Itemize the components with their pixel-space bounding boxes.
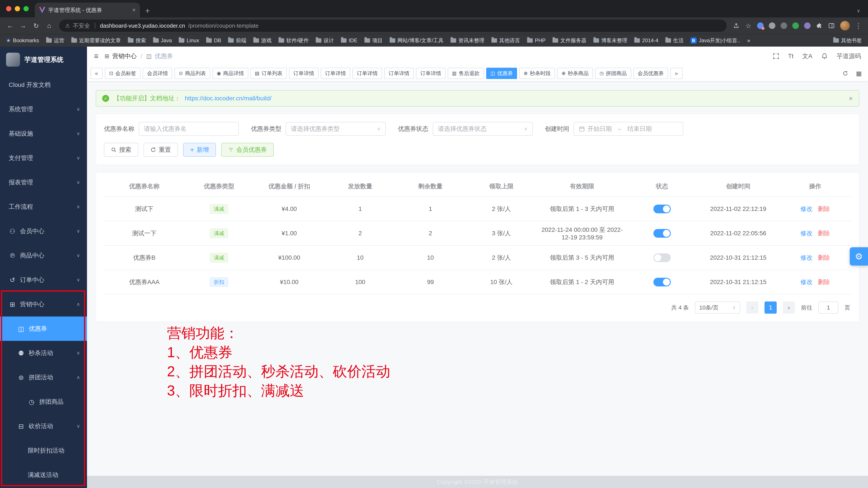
sidebar-item-pay[interactable]: 支付管理∨: [0, 146, 87, 170]
forward-icon[interactable]: →: [17, 19, 30, 32]
search-button[interactable]: 搜索: [104, 143, 138, 157]
sidebar-item-discount[interactable]: 限时折扣活动: [0, 438, 87, 463]
font-size-icon[interactable]: Tt: [788, 53, 794, 60]
bookmark-item[interactable]: 近期需要读的文章: [71, 37, 121, 44]
new-tab-button[interactable]: +: [145, 6, 150, 16]
home-icon[interactable]: ⌂: [42, 19, 56, 32]
sidebar-item-member-center[interactable]: ⚇会员中心∨: [0, 219, 87, 243]
page-1-button[interactable]: 1: [765, 302, 777, 314]
fullscreen-icon[interactable]: [773, 53, 779, 59]
bookmark-item[interactable]: 博客未整理: [593, 37, 627, 44]
next-page-button[interactable]: ›: [783, 302, 795, 314]
bookmark-item[interactable]: 项目: [365, 37, 383, 44]
tab-member-tag[interactable]: ⊡会员标签: [105, 68, 141, 79]
bookmark-item[interactable]: PHP: [527, 37, 546, 44]
sidebar-item-combination[interactable]: ⊚拼团活动∧: [0, 365, 87, 390]
profile-avatar[interactable]: [840, 21, 850, 30]
status-toggle[interactable]: [653, 278, 671, 286]
delete-link[interactable]: 删除: [818, 254, 830, 261]
sidebar-item-reward[interactable]: 满减送活动: [0, 463, 87, 487]
sidebar-item-infra[interactable]: 基础设施∨: [0, 121, 87, 146]
sidebar-item-marketing-center[interactable]: ⊞营销中心∧: [0, 292, 87, 316]
coupon-status-select[interactable]: 请选择优惠券状态 ∨: [433, 122, 533, 136]
tab-order-detail-2[interactable]: 订单详情: [321, 68, 350, 79]
settings-fab[interactable]: ⚙: [850, 247, 868, 265]
edit-link[interactable]: 修改: [800, 254, 812, 261]
bookmark-item[interactable]: IDE: [341, 37, 358, 44]
bookmark-item[interactable]: BJava开发|小组首..: [690, 37, 740, 44]
tab-refund[interactable]: ▥售后退款: [448, 68, 484, 79]
window-zoom-button[interactable]: [24, 6, 29, 11]
bookmark-item[interactable]: 游戏: [253, 37, 272, 44]
breadcrumb-root[interactable]: 营销中心: [113, 52, 137, 60]
window-minimize-button[interactable]: [15, 6, 20, 11]
tab-combination-product[interactable]: ◷拼团商品: [595, 68, 631, 79]
bookmark-item[interactable]: 其他书签: [833, 37, 862, 44]
sidebar-item-system[interactable]: 系统管理∨: [0, 97, 87, 121]
status-toggle[interactable]: [653, 205, 671, 213]
extension-icon[interactable]: [804, 22, 811, 29]
sidebar-item-bargain[interactable]: ⊟砍价活动∨: [0, 414, 87, 438]
tab-coupon[interactable]: ◫优惠券: [486, 68, 517, 79]
sidebar-item-seckill[interactable]: ⚉秒杀活动∨: [0, 341, 87, 365]
bookmark-item[interactable]: 搜索: [128, 37, 146, 44]
bookmark-item[interactable]: 前端: [228, 37, 246, 44]
edit-link[interactable]: 修改: [800, 279, 812, 285]
bookmark-item[interactable]: 2014-4: [634, 37, 658, 44]
banner-close-icon[interactable]: ×: [849, 94, 853, 103]
bookmark-item[interactable]: 其他语言: [491, 37, 520, 44]
side-panel-icon[interactable]: [826, 20, 838, 32]
bookmark-item[interactable]: 资讯未整理: [451, 37, 485, 44]
tabs-scroll-left-icon[interactable]: «: [90, 68, 103, 79]
username[interactable]: 芋道源码: [837, 52, 861, 60]
tabs-refresh-icon[interactable]: [840, 68, 851, 79]
share-icon[interactable]: [730, 20, 742, 32]
sidebar-item-cloud-docs[interactable]: Cloud 开发文档: [0, 73, 87, 97]
sidebar-item-workflow[interactable]: 工作流程∨: [0, 195, 87, 219]
bookmark-item[interactable]: 设计: [316, 37, 334, 44]
sidebar-item-report[interactable]: 报表管理∨: [0, 170, 87, 195]
tab-member-detail[interactable]: 会员详情: [143, 68, 172, 79]
tab-order-detail-3[interactable]: 订单详情: [352, 68, 382, 79]
menu-collapse-icon[interactable]: ≡: [94, 52, 98, 61]
bookmark-item[interactable]: ★Bookmarks: [6, 37, 39, 44]
extension-icon[interactable]: [757, 22, 764, 29]
bookmarks-overflow-button[interactable]: »: [747, 37, 750, 44]
tab-order-detail-5[interactable]: 订单详情: [416, 68, 445, 79]
coupon-name-input[interactable]: [139, 122, 239, 136]
bookmark-item[interactable]: Linux: [179, 37, 199, 44]
delete-link[interactable]: 删除: [818, 279, 830, 285]
status-toggle[interactable]: [653, 253, 671, 262]
coupon-type-select[interactable]: 请选择优惠券类型 ∨: [286, 122, 386, 136]
delete-link[interactable]: 删除: [818, 205, 830, 212]
prev-page-button[interactable]: ‹: [746, 302, 758, 314]
sidebar-item-product-center[interactable]: ℗商品中心∨: [0, 243, 87, 268]
tab-order-detail-4[interactable]: 订单详情: [384, 68, 414, 79]
bookmark-item[interactable]: 文件服务器: [553, 37, 586, 44]
member-coupon-button[interactable]: 会员优惠券: [221, 143, 274, 157]
tab-member-coupon[interactable]: 会员优惠券: [633, 68, 668, 79]
address-bar[interactable]: ⚠ 不安全 dashboard-vue3.yudao.iocoder.cn /p…: [59, 20, 727, 32]
sidebar-item-order-center[interactable]: ↺订单中心∨: [0, 268, 87, 292]
add-button[interactable]: + 新增: [183, 143, 216, 157]
tab-order-detail-1[interactable]: 订单详情: [289, 68, 318, 79]
tab-search-chevron-icon[interactable]: ∨: [857, 8, 860, 14]
tab-product-list[interactable]: ⊙商品列表: [175, 68, 210, 79]
bookmark-item[interactable]: 运营: [46, 37, 64, 44]
app-logo[interactable]: 芋道管理系统: [0, 47, 87, 73]
bookmark-item[interactable]: 软件/硬件: [279, 37, 309, 44]
banner-link[interactable]: https://doc.iocoder.cn/mall/build/: [185, 95, 271, 102]
goto-page-input[interactable]: [818, 302, 838, 314]
bell-icon[interactable]: [821, 53, 828, 60]
bookmark-star-icon[interactable]: ☆: [742, 20, 754, 32]
page-size-select[interactable]: 10条/页 ∨: [695, 302, 740, 314]
tab-seckill-time[interactable]: ⊗秒杀时段: [519, 68, 555, 79]
extension-icon[interactable]: [792, 22, 799, 29]
bookmark-item[interactable]: DB: [206, 37, 221, 44]
extension-icon[interactable]: [781, 22, 787, 29]
tab-order-list[interactable]: ▤订单列表: [250, 68, 287, 79]
edit-link[interactable]: 修改: [800, 230, 812, 237]
reload-icon[interactable]: ↻: [30, 19, 42, 32]
sidebar-item-combination-product[interactable]: ◷拼团商品: [0, 390, 87, 414]
bookmark-item[interactable]: 网站/博客/文章/工具: [390, 37, 443, 44]
